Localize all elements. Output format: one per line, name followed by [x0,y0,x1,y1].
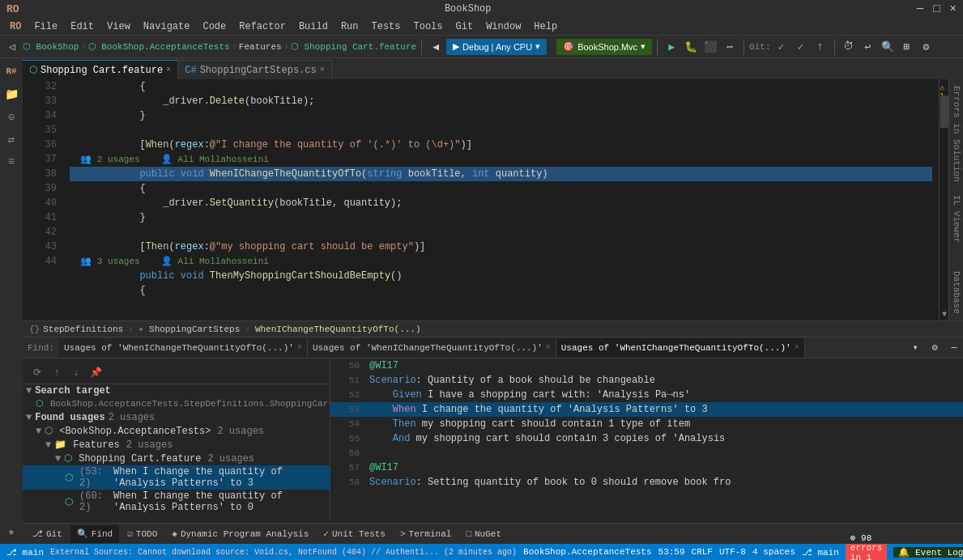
feature-tab-close[interactable]: × [166,66,171,74]
find-tab-bottom[interactable]: 🔍 Find [70,525,119,543]
result-icon-1: ⬡ [65,472,73,484]
nav-method[interactable]: WhenIChangeTheQuantityOfTo(...) [255,325,421,334]
resharper-icon[interactable]: R# [2,62,21,81]
menu-help[interactable]: Help [527,18,564,35]
commit-icon[interactable]: ⊙ [2,107,21,126]
more-icon[interactable]: ⋯ [721,38,739,56]
errors-panel-tab[interactable]: Errors in Solution [950,79,963,189]
find-tree: ⟳ ↑ ↓ 📌 ▼ Search target ⬡ BookShop.Accep… [23,358,330,520]
back-button[interactable]: ◁ [3,38,21,56]
tab-cs[interactable]: C# ShoppingCartSteps.cs × [178,60,331,79]
cs-tab-close[interactable]: × [320,66,325,74]
dpa-tab[interactable]: ◈ Dynamic Program Analysis [165,525,315,543]
search-icon[interactable]: 🔍 [879,38,897,56]
encoding-status[interactable]: UTF-8 [719,547,746,557]
code-line-42: [Then(regex:@"my shopping cart should be… [70,240,932,254]
find-tab-3[interactable]: Usages of 'WhenIChangeTheQuantityOfTo(..… [556,338,805,358]
find-settings-icon[interactable]: ⚙ [926,339,944,357]
find-close-icon[interactable]: ─ [945,339,963,357]
todo-tab[interactable]: ☑ TODO [121,525,164,543]
source-control-status[interactable]: BookShop.AcceptanceTests [523,547,651,557]
minimize-button[interactable]: ─ [917,2,923,15]
menu-window[interactable]: Window [479,18,527,35]
scrollbar-thumb[interactable] [940,95,948,128]
terminal-tab[interactable]: > Terminal [394,525,458,543]
run-icon[interactable]: ▶ [663,38,680,56]
find-tab-1-close[interactable]: × [297,343,302,352]
navigate-back-icon[interactable]: ◀ [427,38,445,56]
bug-icon[interactable]: 🐛 [682,38,700,56]
nav-stepdefinitions[interactable]: StepDefinitions [43,325,123,334]
line-ending-status[interactable]: CRLF [692,547,713,557]
git-tab[interactable]: ⎇ Git [26,525,69,543]
pull-requests-icon[interactable]: ⇄ [2,129,21,149]
find-code-view[interactable]: 50 @WI17 51 Scenario: Quantity of a book… [330,358,963,520]
debug-button[interactable]: ▶ Debug | Any CPU ▾ [446,39,547,55]
git-merge-icon[interactable]: ✓ [792,38,810,56]
code-content[interactable]: { _driver.Delete(bookTitle); } [When(reg… [63,79,939,320]
external-sources-status[interactable]: External Sources: Cannot download source… [50,548,517,557]
menu-ro[interactable]: RO [3,18,28,35]
undo-icon[interactable]: ↩ [859,38,877,56]
target-button[interactable]: 🎯 BookShop.Mvc ▾ [556,39,652,55]
menu-build[interactable]: Build [292,18,334,35]
scroll-arrows[interactable]: ▼ [942,310,947,319]
event-log-status[interactable]: 🔔 Event Log [893,547,963,558]
position-status[interactable]: 53:59 [658,547,685,557]
il-viewer-tab[interactable]: IL Viewer [950,189,963,249]
editor-scrollbar[interactable]: ⚠ 1 ▼ [939,79,948,320]
find-tab-2-close[interactable]: × [546,343,551,352]
menu-tests[interactable]: Tests [365,18,407,35]
project-item[interactable]: ▼ ⬡ <BookShop.AcceptanceTests> 2 usages [23,424,330,438]
search-target-item: ▼ Search target [23,384,330,397]
settings-icon[interactable]: ⚙ [918,38,935,56]
title-bar: RO BookShop ─ □ × [0,0,963,18]
menu-navigate[interactable]: Navigate [137,18,197,35]
tab-feature[interactable]: ⬡ Shopping Cart.feature × [23,60,178,79]
menu-edit[interactable]: Edit [64,18,100,35]
database-tab[interactable]: Database [950,265,963,320]
line-num-58: 58 [337,475,360,490]
find-tab-2[interactable]: Usages of 'WhenIChangeTheQuantityOfTo(..… [308,338,556,358]
stop-icon[interactable]: ⬛ [701,38,719,56]
pin-btn[interactable]: 📌 [87,365,104,381]
git-check-icon[interactable]: ✓ [773,38,790,56]
nuget-tab[interactable]: □ NuGet [459,525,508,543]
menu-code[interactable]: Code [196,18,232,35]
indent-status[interactable]: 4 spaces [752,547,795,557]
feature-file-item[interactable]: ▼ ⬡ Shopping Cart.feature 2 usages [23,452,330,465]
result-item-2[interactable]: ⬡ (60: 2) When I change the quantity of … [23,490,330,514]
nav-up-btn[interactable]: ↓ [68,365,84,381]
nav-shoppingcartsteps[interactable]: ✦ ShoppingCartSteps [138,324,240,334]
menu-file[interactable]: File [28,18,64,35]
explorer-icon[interactable]: 📁 [2,84,21,104]
menu-refactor[interactable]: Refactor [232,18,292,35]
branch-status[interactable]: ⎇ main [802,547,839,558]
feature-file-chevron: ▼ [55,453,61,465]
find-tab-1[interactable]: Usages of 'WhenIChangeTheQuantityOfTo(..… [59,338,308,358]
menu-run[interactable]: Run [334,18,365,35]
features-folder-item[interactable]: ▼ 📁 Features 2 usages [23,438,330,452]
menu-tools[interactable]: Tools [407,18,450,35]
menu-git[interactable]: Git [450,18,480,35]
history-icon[interactable]: ⏱ [840,38,858,56]
error-status[interactable]: ⊗ 98 errors in 1 file [846,544,888,560]
collapse-btn[interactable]: ⟳ [29,365,45,381]
git-push-icon[interactable]: ↑ [812,38,829,56]
maximize-button[interactable]: □ [933,2,940,15]
menu-view[interactable]: View [100,18,137,35]
close-button[interactable]: × [950,2,957,15]
result-item-1[interactable]: ⬡ (53: 2) When I change the quantity of … [23,465,330,490]
find-expand-icon[interactable]: ▾ [906,339,924,357]
expand-btn[interactable]: ↑ [49,365,65,381]
structure-icon[interactable]: ≡ [2,152,21,172]
layout-icon[interactable]: ⊞ [898,38,916,56]
favorites-icon[interactable]: ★ [2,521,21,541]
project-chevron: ▼ [36,426,41,437]
target-icon2: ⬡ [36,398,44,409]
find-tab-3-close[interactable]: × [795,343,799,352]
unit-tests-tab[interactable]: ✓ Unit Tests [317,525,392,543]
git-status[interactable]: ⎇ main [6,547,44,558]
feature-tab-icon: ⬡ [29,64,37,76]
project-icon: ⬡ [45,425,53,437]
